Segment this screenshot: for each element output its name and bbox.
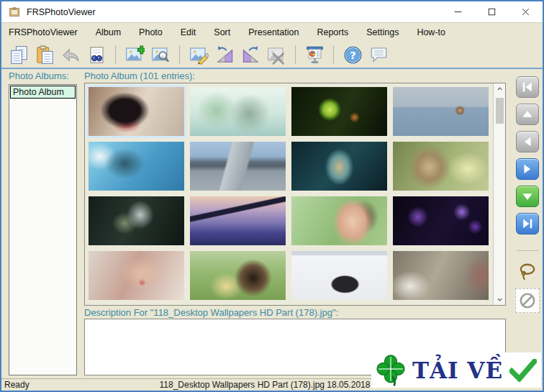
minimize-button[interactable] <box>441 1 475 22</box>
menu-item-frsphotoviewer[interactable]: FRSPhotoViewer <box>7 25 79 40</box>
up-button[interactable] <box>516 104 539 125</box>
presentation-button[interactable] <box>302 43 327 66</box>
thumbnail-collie-dog-path[interactable] <box>190 251 286 300</box>
checkmark-icon <box>509 359 537 382</box>
no-tool-button[interactable] <box>515 288 540 313</box>
thumbnail-woman-portrait-green[interactable] <box>291 196 387 245</box>
find-button[interactable] <box>83 43 109 66</box>
album-list-item[interactable]: Photo Album <box>10 86 76 99</box>
thumbnail-floating-islands[interactable] <box>190 87 286 136</box>
maximize-button[interactable] <box>475 1 509 22</box>
thumbnail-woman-behind-net[interactable] <box>89 251 184 300</box>
copy-icon <box>9 45 29 65</box>
down-button[interactable] <box>516 186 539 207</box>
last-icon <box>520 216 535 231</box>
previous-icon <box>520 135 535 149</box>
find-icon <box>87 45 106 65</box>
right-toolbar-separator <box>517 250 538 251</box>
undo-button[interactable] <box>58 43 83 66</box>
close-icon <box>520 6 532 18</box>
thumbnail-area <box>85 83 493 305</box>
first-button[interactable] <box>516 76 539 98</box>
menu-item-settings[interactable]: Settings <box>365 25 400 40</box>
thumbnail-suspension-bridge-dusk[interactable] <box>190 196 286 245</box>
delete-photo-icon <box>267 45 286 65</box>
thumbnail-dark-winged-couple[interactable] <box>89 196 184 245</box>
album-list[interactable]: Photo Album <box>9 84 77 375</box>
thumbnail-anime-girl-green[interactable] <box>393 142 489 191</box>
thumbnail-teal-fantasy-portrait[interactable] <box>291 142 387 191</box>
check-icon <box>509 359 537 382</box>
menu-item-album[interactable]: Album <box>94 25 122 40</box>
thumbnail-windows-app-screenshot[interactable] <box>291 251 387 300</box>
maximize-icon <box>486 6 498 18</box>
comment-icon <box>369 45 389 65</box>
toolbar: ? <box>1 42 543 69</box>
preview-photo-button[interactable] <box>148 43 173 66</box>
edit-photo-button[interactable] <box>186 43 212 66</box>
add-photo-icon <box>125 45 145 65</box>
menu-item-how-to[interactable]: How-to <box>415 25 447 40</box>
grid-scrollbar[interactable] <box>493 83 505 305</box>
watermark-text: TẢI VỀ <box>412 357 503 383</box>
preview-photo-icon <box>151 45 171 65</box>
last-button[interactable] <box>516 213 539 234</box>
lasso-icon <box>518 263 537 281</box>
thumbnail-highway-cars[interactable] <box>190 142 286 191</box>
grid-label: Photo Album (101 entries): <box>84 70 195 81</box>
minimize-icon <box>452 6 464 18</box>
clover-icon <box>376 354 406 387</box>
no-tool-icon <box>518 291 537 310</box>
download-watermark: TẢI VỀ <box>371 352 541 388</box>
description-label: Description For "118_Desktop Wallpapers … <box>84 307 338 318</box>
window-controls <box>441 1 543 22</box>
down-icon <box>520 189 535 204</box>
menu-item-presentation[interactable]: Presentation <box>247 25 300 40</box>
clover-icon <box>376 354 406 387</box>
scroll-down-button[interactable] <box>494 294 505 305</box>
menu-item-sort[interactable]: Sort <box>212 25 232 40</box>
lasso-button[interactable] <box>515 260 540 284</box>
scroll-up-button[interactable] <box>494 83 505 94</box>
thumbnail-purple-flowers-dark[interactable] <box>393 196 489 245</box>
menu-item-edit[interactable]: Edit <box>179 25 198 40</box>
scrollbar-thumb[interactable] <box>496 98 504 124</box>
next-button[interactable] <box>516 158 539 180</box>
thumbnail-anime-girl-headphones[interactable] <box>89 87 184 136</box>
right-toolbar <box>512 76 543 317</box>
menu-bar: FRSPhotoViewerAlbumPhotoEditSortPresenta… <box>1 23 543 42</box>
app-icon <box>8 6 21 18</box>
rotate-right-button[interactable] <box>237 43 263 66</box>
thumbnail-tabby-cat-closeup[interactable] <box>393 251 489 300</box>
toolbar-separator <box>115 45 116 64</box>
toolbar-separator <box>295 45 296 64</box>
photo-grid <box>84 83 506 306</box>
rotate-left-icon <box>215 45 235 65</box>
undo-icon <box>61 45 81 65</box>
first-icon <box>520 80 535 94</box>
title-bar: FRSPhotoViewer <box>1 1 543 23</box>
thumbnail-green-fruit-branch[interactable] <box>291 87 387 136</box>
chevron-up-icon <box>496 85 504 93</box>
paste-button[interactable] <box>32 43 58 66</box>
help-icon: ? <box>343 45 363 65</box>
help-button[interactable]: ? <box>340 43 366 66</box>
menu-item-reports[interactable]: Reports <box>315 25 350 40</box>
close-button[interactable] <box>509 1 543 22</box>
menu-item-photo[interactable]: Photo <box>137 25 164 40</box>
edit-photo-icon <box>189 45 209 65</box>
content-area: Photo Albums: Photo Album Photo Album (1… <box>1 69 543 378</box>
paste-icon <box>35 45 55 65</box>
previous-button[interactable] <box>516 131 539 152</box>
thumbnail-boat-at-sea[interactable] <box>393 87 489 136</box>
svg-text:?: ? <box>350 49 355 61</box>
thumbnail-blue-fantasy-art[interactable] <box>89 142 184 191</box>
copy-button[interactable] <box>6 43 32 66</box>
rotate-left-button[interactable] <box>212 43 237 66</box>
up-icon <box>520 107 535 122</box>
app-icon <box>8 6 21 18</box>
comment-button[interactable] <box>366 43 391 66</box>
toolbar-separator <box>333 45 334 64</box>
add-photo-button[interactable] <box>122 43 148 66</box>
delete-photo-button[interactable] <box>263 43 289 66</box>
